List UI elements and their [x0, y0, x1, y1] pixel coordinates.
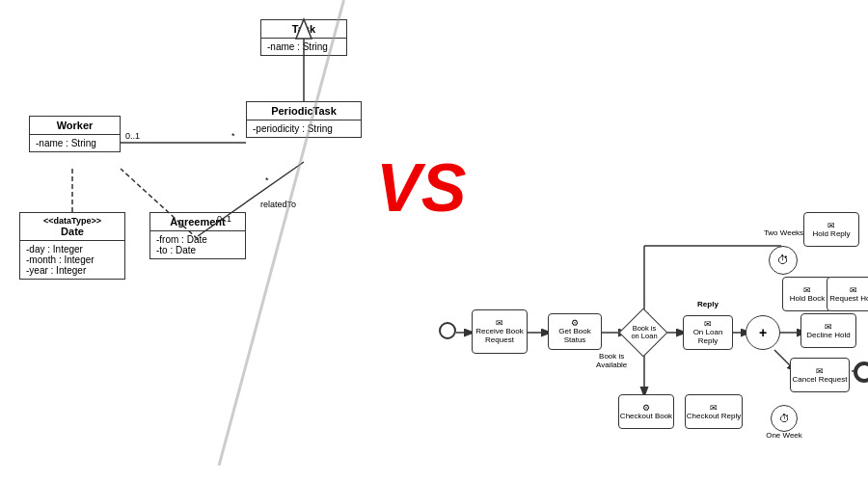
on-loan-reply-label: On Loan Reply [684, 329, 732, 346]
uml-agreement-class: Agreement -from : Date -to : Date [149, 212, 246, 259]
bpmn-reply-label: Reply [683, 300, 733, 308]
agreement-class-title: Agreement [150, 213, 245, 231]
get-book-label: Get Book Status [549, 328, 601, 345]
vs-label: VS [376, 149, 466, 227]
bpmn-on-loan-reply: ✉ On Loan Reply [683, 315, 733, 350]
bpmn-loan-gateway [619, 308, 668, 358]
bpmn-hold-reply: ✉ Hold Reply [803, 212, 859, 247]
hold-reply-label: Hold Reply [812, 230, 850, 239]
date-class-attrs: -day : Integer -month : Integer -year : … [20, 241, 124, 279]
svg-text:*: * [231, 131, 235, 141]
bpmn-checkout-book: ⚙ Checkout Book [618, 394, 674, 429]
svg-text:*: * [265, 175, 269, 185]
bpmn-start-event [439, 322, 456, 339]
bpmn-one-week-label: One Week [760, 431, 808, 440]
bpmn-one-week-timer: ⏱ [771, 405, 798, 432]
bpmn-checkout-reply: ✉ Checkout Reply [685, 394, 743, 429]
svg-text:0..1: 0..1 [125, 131, 140, 141]
uml-worker-class: Worker -name : String [29, 116, 121, 152]
bpmn-end-event [854, 362, 868, 383]
bpmn-two-weeks-timer: ⏱ [769, 246, 798, 275]
receive-book-label: Receive Book Request [473, 328, 527, 345]
agreement-class-attrs: -from : Date -to : Date [150, 231, 245, 258]
checkout-book-label: Checkout Book [620, 413, 672, 421]
worker-class-attrs: -name : String [30, 135, 120, 151]
uml-date-class: <<dataType>> Date -day : Integer -month … [19, 212, 125, 280]
bpmn-two-weeks-label: Two Weeks [757, 228, 810, 237]
uml-periodic-task-class: PeriodicTask -periodicity : String [246, 101, 362, 138]
periodic-class-title: PeriodicTask [247, 102, 361, 120]
worker-class-title: Worker [30, 117, 120, 135]
bpmn-hold-book: ✉ Hold Bock [782, 277, 832, 311]
hold-book-label: Hold Bock [790, 295, 825, 304]
periodic-class-attrs: -periodicity : String [247, 120, 361, 137]
date-class-title: <<dataType>> Date [20, 213, 124, 241]
bpmn-cancel-request: ✉ Cancel Request [790, 358, 850, 392]
bpmn-get-book-status: ⚙ Get Book Status [548, 313, 602, 350]
diagram-container: Task -name : String PeriodicTask -period… [0, 0, 868, 482]
bpmn-container: ✉ Receive Book Request ⚙ Get Book Status… [439, 207, 868, 482]
request-hold-label: Request Hold [829, 295, 868, 304]
checkout-reply-label: Checkout Reply [687, 413, 741, 421]
bpmn-receive-book-request: ✉ Receive Book Request [472, 309, 528, 354]
bpmn-decline-hold: ✉ Decline Hold [800, 313, 856, 348]
bpmn-book-available-label: Book isAvailable [596, 352, 627, 369]
decline-hold-label: Decline Hold [806, 332, 850, 340]
bpmn-parallel-gateway: + [746, 315, 780, 350]
cancel-request-label: Cancel Request [793, 376, 848, 385]
bpmn-request-hold: ✉ Request Hold [827, 277, 868, 311]
